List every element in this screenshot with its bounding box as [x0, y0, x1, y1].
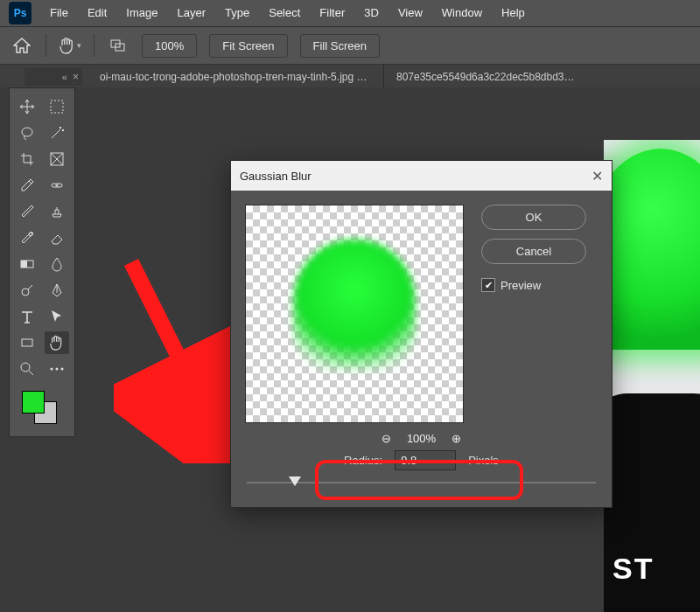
menu-select[interactable]: Select	[259, 0, 310, 26]
menu-type[interactable]: Type	[215, 0, 259, 26]
preview-label: Preview	[500, 279, 541, 292]
home-icon[interactable]	[10, 34, 33, 57]
magic-wand-tool[interactable]	[45, 122, 69, 144]
svg-rect-2	[51, 101, 63, 113]
menu-layer[interactable]: Layer	[168, 0, 216, 26]
cancel-button[interactable]: Cancel	[481, 239, 586, 264]
gaussian-blur-dialog: Gaussian Blur ✕ OK Cancel ✔ Preview ⊖ 10…	[230, 160, 612, 508]
fit-screen-button[interactable]: Fit Screen	[209, 34, 287, 58]
close-panel-icon[interactable]: ×	[73, 71, 79, 83]
zoom-level-display[interactable]: 100%	[142, 34, 197, 58]
gradient-tool[interactable]	[15, 253, 39, 275]
hand-tool-icon[interactable]: ▾	[59, 34, 81, 57]
zoom-percent: 100%	[407, 432, 436, 445]
pen-tool[interactable]	[45, 279, 69, 302]
slider-thumb[interactable]	[289, 476, 301, 486]
svg-point-12	[51, 368, 53, 371]
svg-point-3	[22, 128, 32, 136]
doc-tab-1[interactable]: oi-mau-toc-trong-adobe-photoshop-tren-ma…	[88, 65, 384, 89]
options-bar: ▾ 100% Fit Screen Fill Screen	[0, 27, 700, 65]
zoom-in-icon[interactable]: ⊕	[452, 432, 461, 445]
edit-toolbar[interactable]	[45, 358, 69, 380]
tshirt-text: ST	[612, 552, 654, 586]
doc-tab-2[interactable]: 807e35ce5549d6a3c22dec5b8dbd3…	[384, 65, 587, 89]
brush-tool[interactable]	[15, 200, 39, 223]
dodge-tool[interactable]	[15, 279, 39, 302]
document-tabs: oi-mau-toc-trong-adobe-photoshop-tren-ma…	[0, 65, 700, 89]
menu-view[interactable]: View	[388, 0, 432, 26]
svg-line-15	[131, 262, 219, 437]
document-image: ST	[604, 140, 700, 612]
zoom-tool[interactable]	[15, 358, 39, 380]
panel-collapse-strip[interactable]: « ×	[24, 68, 82, 86]
zoom-out-icon[interactable]: ⊖	[382, 432, 391, 445]
preview-checkbox[interactable]: ✔	[481, 278, 495, 292]
radius-slider[interactable]	[247, 474, 596, 491]
radius-unit: Pixels	[468, 454, 499, 467]
close-icon[interactable]: ✕	[592, 168, 603, 184]
app-logo: Ps	[9, 2, 32, 24]
eraser-tool[interactable]	[45, 226, 69, 249]
fill-screen-button[interactable]: Fill Screen	[300, 34, 380, 58]
color-swatches[interactable]	[10, 389, 74, 428]
lasso-tool[interactable]	[15, 122, 39, 144]
svg-point-9	[22, 289, 29, 296]
svg-point-14	[61, 368, 64, 371]
frame-tool[interactable]	[45, 148, 69, 170]
type-tool[interactable]	[15, 305, 39, 328]
green-hair-shape	[604, 149, 700, 350]
dialog-titlebar[interactable]: Gaussian Blur ✕	[231, 161, 612, 191]
menu-3d[interactable]: 3D	[354, 0, 388, 26]
radius-label: Radius:	[344, 454, 382, 467]
red-arrow-annotation	[114, 254, 245, 463]
menu-window[interactable]: Window	[432, 0, 492, 26]
path-selection-tool[interactable]	[45, 305, 69, 328]
blur-tool[interactable]	[45, 253, 69, 275]
menu-edit[interactable]: Edit	[78, 0, 116, 26]
menu-image[interactable]: Image	[116, 0, 167, 26]
foreground-color-swatch[interactable]	[22, 391, 45, 414]
scroll-all-icon[interactable]	[107, 34, 130, 57]
menu-help[interactable]: Help	[492, 0, 535, 26]
clone-stamp-tool[interactable]	[45, 200, 69, 223]
marquee-tool[interactable]	[45, 95, 69, 118]
rectangle-tool[interactable]	[15, 331, 39, 354]
menu-filter[interactable]: Filter	[310, 0, 354, 26]
menubar: Ps File Edit Image Layer Type Select Fil…	[0, 0, 700, 27]
healing-brush-tool[interactable]	[45, 174, 69, 197]
radius-input[interactable]	[395, 450, 456, 470]
eyedropper-tool[interactable]	[15, 174, 39, 197]
svg-rect-8	[21, 261, 27, 268]
tshirt-shape: ST	[604, 393, 700, 612]
hand-tool[interactable]	[45, 331, 69, 354]
dialog-title: Gaussian Blur	[240, 170, 312, 183]
crop-tool[interactable]	[15, 148, 39, 170]
menu-file[interactable]: File	[40, 0, 78, 26]
blur-preview[interactable]	[245, 205, 464, 423]
toolbox	[9, 87, 75, 437]
move-tool[interactable]	[15, 95, 39, 118]
svg-rect-10	[22, 339, 32, 346]
collapse-icon: «	[62, 72, 67, 82]
svg-point-11	[21, 363, 30, 372]
ok-button[interactable]: OK	[481, 205, 586, 230]
history-brush-tool[interactable]	[15, 226, 39, 249]
preview-blob	[293, 240, 416, 371]
svg-point-13	[56, 368, 59, 371]
